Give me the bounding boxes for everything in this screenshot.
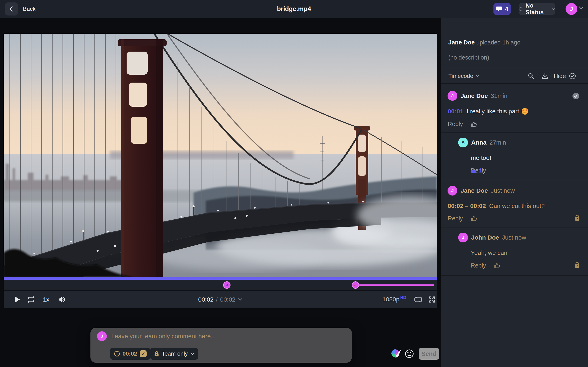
time-display[interactable]: 00:02 / 00:02: [4, 291, 437, 308]
comments-count-badge[interactable]: 4: [493, 3, 511, 15]
comment-reply[interactable]: A Anna 27min me too! Reply 1: [441, 133, 588, 180]
top-bar: Back bridge.mp4 4 No Status J: [0, 0, 588, 18]
chevron-down-icon: [552, 8, 555, 10]
composer-timestamp: 00:02: [122, 350, 137, 357]
avatar: J: [448, 186, 457, 196]
comment-composer: J Leave your team only comment here... 0…: [90, 328, 352, 363]
comment-range-line[interactable]: [355, 284, 434, 286]
comment-text: me too!: [471, 154, 491, 161]
comment-author: John Doe: [471, 234, 499, 241]
lock-icon: [574, 261, 580, 268]
timestamp-checkbox[interactable]: [140, 350, 147, 357]
back-label[interactable]: Back: [23, 0, 35, 18]
thumbs-up-icon[interactable]: [471, 121, 477, 127]
comment-text: Yeah, we can: [471, 249, 507, 256]
comment-author: Jane Doe: [461, 92, 488, 99]
resolved-toggle[interactable]: [572, 92, 579, 100]
thumbs-up-filled-icon: [471, 167, 477, 174]
reply-button[interactable]: Reply: [448, 121, 463, 127]
chevron-down-icon: [579, 6, 584, 10]
progress-bar[interactable]: [4, 277, 437, 280]
chevron-left-icon: [8, 6, 15, 12]
description: (no description): [448, 54, 489, 61]
comment-time: 27min: [489, 139, 506, 146]
private-lock-icon: [574, 261, 580, 268]
thumbs-up-icon[interactable]: [471, 216, 477, 222]
status-label: No Status: [526, 2, 549, 16]
hide-comments-toggle[interactable]: Hide: [554, 68, 576, 84]
video-frame[interactable]: [4, 34, 437, 277]
comments-sidebar: Jane Doe uploaded 1h ago (no description…: [441, 18, 588, 367]
comment-text: Can we cut this out?: [489, 202, 545, 209]
reply-button[interactable]: Reply: [471, 262, 486, 269]
avatar: J: [458, 233, 468, 242]
reply-button[interactable]: Reply: [448, 215, 463, 222]
smiley-icon: [405, 349, 414, 359]
visibility-label: Team only: [162, 350, 188, 357]
comment-time: 31min: [491, 92, 507, 99]
search-icon: [527, 73, 535, 80]
comment-text: I really like this part: [467, 108, 519, 115]
chevron-down-icon: [190, 352, 194, 355]
comment-input[interactable]: Leave your team only comment here...: [111, 331, 295, 341]
like-button-liked[interactable]: 1: [471, 167, 482, 174]
sort-dropdown[interactable]: Timecode: [448, 68, 479, 84]
chevron-down-icon: [476, 75, 479, 77]
user-avatar[interactable]: J: [566, 3, 577, 15]
fullscreen-button[interactable]: [425, 291, 438, 308]
timeline-comment-marker[interactable]: J: [223, 281, 231, 289]
timestamp-pill[interactable]: 00:02: [110, 348, 150, 360]
comment-thread-private[interactable]: J Jane Doe Just now 00:02 – 00:02 Can we…: [441, 180, 588, 228]
emoji-picker-button[interactable]: [405, 349, 414, 359]
clock-icon: [114, 351, 120, 357]
player-stage: J J 1x 00:02 / 00:02: [0, 18, 441, 367]
comment-reply-private[interactable]: J John Doe Just now Yeah, we can Reply: [441, 228, 588, 276]
check-circle-icon: [572, 92, 579, 100]
current-time: 00:02: [198, 296, 214, 303]
hd-badge: HD: [400, 295, 406, 300]
divider: [441, 275, 588, 276]
comment-input-placeholder: Leave your team only comment here...: [111, 333, 216, 340]
timeline-comment-marker[interactable]: J: [352, 281, 359, 289]
account-menu-chevron[interactable]: [579, 6, 584, 11]
thumbs-up-icon[interactable]: [494, 263, 500, 269]
lock-icon: [154, 351, 159, 357]
comment-range-link[interactable]: 00:02 – 00:02: [448, 202, 486, 209]
speech-bubble-icon: [496, 6, 502, 12]
video-frame-art: [4, 34, 437, 277]
player-controls: 1x 00:02 / 00:02 1080p HD: [4, 290, 437, 308]
composer-avatar: J: [97, 331, 107, 341]
comment-author: Jane Doe: [461, 187, 488, 194]
lock-icon: [574, 214, 580, 221]
check-circle-icon: [569, 72, 576, 80]
visibility-dropdown[interactable]: Team only: [150, 348, 198, 360]
comment-timestamp-link[interactable]: 00:01: [448, 108, 463, 115]
uploader-name: Jane Doe: [448, 39, 475, 46]
status-circle-icon: [519, 7, 523, 11]
back-button[interactable]: [5, 2, 18, 16]
private-lock-icon: [574, 214, 580, 221]
star-struck-emoji: [521, 108, 528, 115]
send-button[interactable]: Send: [419, 348, 439, 360]
comments-toolbar: Timecode Hide: [441, 68, 588, 84]
download-comments-button[interactable]: [541, 68, 548, 84]
comments-count: 4: [505, 6, 508, 12]
like-count: 1: [479, 167, 482, 174]
frame-guides-button[interactable]: [412, 291, 424, 308]
annotation-tools-button[interactable]: [390, 349, 402, 360]
search-comments-button[interactable]: [527, 68, 535, 84]
avatar: A: [458, 138, 468, 147]
palette-brush-icon: [390, 349, 402, 359]
download-icon: [541, 73, 548, 80]
status-dropdown[interactable]: No Status: [519, 3, 555, 15]
upload-info: Jane Doe uploaded 1h ago: [448, 39, 520, 46]
comment-author: Anna: [471, 139, 486, 146]
avatar: J: [448, 91, 457, 101]
duration: 00:02: [220, 296, 235, 303]
comment-thread[interactable]: J Jane Doe 31min 00:01 I really like thi…: [441, 83, 588, 133]
timeline-marker-strip[interactable]: J J: [4, 280, 437, 290]
chevron-down-icon: [238, 298, 242, 301]
comment-time: Just now: [502, 234, 526, 241]
quality-button[interactable]: 1080p HD: [382, 291, 406, 313]
comment-time: Just now: [491, 187, 515, 194]
